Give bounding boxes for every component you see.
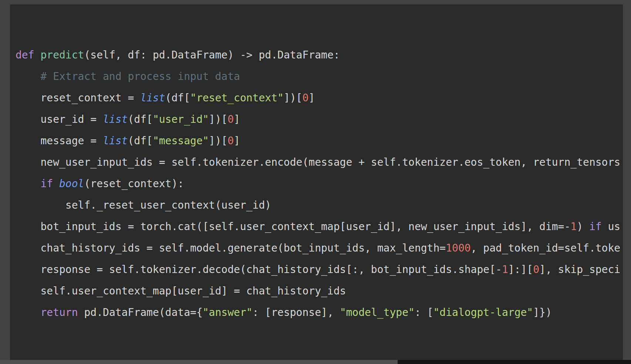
code-token-keyword: if bbox=[589, 220, 602, 233]
code-line: def predict(self, df: pd.DataFrame) -> p… bbox=[16, 44, 620, 66]
code-token-comment: # Extract and process input data bbox=[16, 70, 240, 82]
code-token-string: "reset_context" bbox=[190, 92, 284, 104]
code-token-default: ] bbox=[234, 113, 240, 125]
code-token-number: 0 bbox=[302, 92, 308, 104]
code-token-default: ], skip_speci bbox=[539, 263, 620, 276]
code-line: if bool(reset_context): bbox=[16, 173, 620, 195]
code-token-default: response = self.tokenizer.decode(chat_hi… bbox=[16, 263, 502, 276]
code-token-default bbox=[16, 178, 40, 190]
code-line: self.user_context_map[user_id] = chat_hi… bbox=[16, 280, 620, 302]
code-token-number: 1 bbox=[502, 263, 508, 276]
code-token-keyword: if bbox=[40, 178, 53, 190]
code-token-default: user_id = bbox=[16, 113, 103, 125]
code-token-string: "message" bbox=[153, 135, 209, 147]
code-token-default: pd.DataFrame(data={ bbox=[78, 306, 203, 318]
code-token-default: (df[ bbox=[165, 92, 190, 104]
code-token-default: ) bbox=[577, 220, 589, 233]
code-line: user_id = list(df["user_id"])[0] bbox=[16, 109, 620, 130]
code-token-default bbox=[16, 306, 40, 318]
code-token-function: predict bbox=[40, 49, 84, 61]
screenshot-frame: def predict(self, df: pd.DataFrame) -> p… bbox=[0, 0, 631, 364]
code-line: # Extract and process input data bbox=[16, 66, 620, 87]
code-token-number: 1000 bbox=[446, 242, 470, 254]
code-token-default bbox=[34, 49, 41, 61]
code-line: bot_input_ids = torch.cat([self.user_con… bbox=[16, 216, 620, 237]
code-token-default: ] bbox=[234, 135, 240, 147]
code-token-default: (df[ bbox=[128, 135, 152, 147]
code-token-default: ])[ bbox=[284, 92, 303, 104]
code-token-default: bot_input_ids = torch.cat([self.user_con… bbox=[16, 220, 570, 233]
code-line: response = self.tokenizer.decode(chat_hi… bbox=[16, 259, 620, 280]
code-token-builtin: list bbox=[103, 113, 128, 125]
code-line: new_user_input_ids = self.tokenizer.enco… bbox=[16, 152, 620, 173]
code-token-default: (self, df: pd.DataFrame) -> pd.DataFrame… bbox=[84, 49, 340, 61]
code-token-default: (reset_context): bbox=[84, 178, 184, 190]
code-token-builtin: list bbox=[140, 92, 165, 104]
code-block: def predict(self, df: pd.DataFrame) -> p… bbox=[16, 44, 620, 323]
code-line: self._reset_user_context(user_id) bbox=[16, 195, 620, 216]
code-token-default: ] bbox=[308, 92, 315, 104]
bottom-window-edge-right bbox=[398, 360, 631, 364]
code-token-number: 0 bbox=[533, 263, 539, 276]
code-token-default: self.user_context_map[user_id] = chat_hi… bbox=[16, 285, 346, 297]
code-token-number: 0 bbox=[227, 135, 234, 147]
code-token-default: new_user_input_ids = self.tokenizer.enco… bbox=[16, 156, 620, 168]
code-token-default: us bbox=[602, 220, 621, 233]
code-token-builtin: bool bbox=[59, 178, 84, 190]
code-token-default: ]:][ bbox=[508, 263, 533, 276]
code-token-default: (df[ bbox=[128, 113, 152, 125]
code-line: chat_history_ids = self.model.generate(b… bbox=[16, 237, 620, 259]
code-editor-panel: def predict(self, df: pd.DataFrame) -> p… bbox=[10, 4, 623, 360]
code-token-default: reset_context = bbox=[16, 92, 140, 104]
code-token-string: "dialogpt-large" bbox=[433, 306, 533, 318]
code-token-number: 1 bbox=[570, 220, 577, 233]
code-token-default: ])[ bbox=[209, 113, 228, 125]
code-token-default: , pad_token_id=self.toke bbox=[471, 242, 621, 254]
code-token-number: 0 bbox=[227, 113, 234, 125]
code-token-default: ])[ bbox=[209, 135, 228, 147]
bottom-window-edge-left bbox=[0, 360, 398, 364]
code-line: reset_context = list(df["reset_context"]… bbox=[16, 87, 620, 109]
code-token-default: ]}) bbox=[533, 306, 552, 318]
code-token-keyword: def bbox=[16, 49, 34, 61]
code-line: message = list(df["message"])[0] bbox=[16, 130, 620, 152]
code-token-string: "user_id" bbox=[153, 113, 209, 125]
code-token-builtin: list bbox=[103, 135, 128, 147]
code-token-keyword: return bbox=[40, 306, 78, 318]
code-token-string: "model_type" bbox=[340, 306, 415, 318]
code-token-default: : [ bbox=[415, 306, 433, 318]
code-token-string: "answer" bbox=[203, 306, 253, 318]
code-token-default: chat_history_ids = self.model.generate(b… bbox=[16, 242, 446, 254]
code-line: return pd.DataFrame(data={"answer": [res… bbox=[16, 302, 620, 323]
code-token-default: message = bbox=[16, 135, 103, 147]
code-token-default bbox=[53, 178, 59, 190]
code-token-default: : [response], bbox=[253, 306, 340, 318]
code-token-default: self._reset_user_context(user_id) bbox=[16, 199, 271, 211]
